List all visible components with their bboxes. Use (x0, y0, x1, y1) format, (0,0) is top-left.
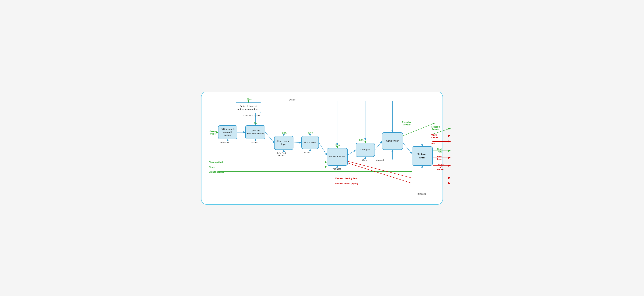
sintered-label: SinteredPART (417, 153, 427, 159)
sintered-box: SinteredPART (412, 146, 433, 166)
svg-line-4 (266, 132, 274, 143)
cmd-system-label: Command system (244, 114, 260, 117)
green-powder-label: GreenPowder (209, 130, 216, 135)
reusable2-label: ReusablePowder (431, 126, 440, 130)
cmd-label: Define & transmit orders to subsystems (237, 105, 260, 111)
print-box: Print with binder (327, 148, 348, 166)
oven-label: Oven (362, 159, 367, 162)
addlayer-label: Add a layer (304, 141, 316, 144)
manwork1-label: Manwork (220, 141, 229, 144)
print-head-label: Print head (332, 168, 341, 170)
elec-cmd-label: Elec. (247, 98, 252, 100)
svg-line-9 (319, 142, 327, 155)
heat-loss1-label: Heat loss (430, 140, 436, 145)
waste-bronze-label: Waste ofbronze (437, 164, 444, 171)
level-label: Level the work/supply area (247, 129, 264, 135)
cmd-box: Define & transmit orders to subsystems (236, 102, 261, 113)
furnance-label: Furnance (417, 193, 426, 195)
svg-line-14 (403, 143, 412, 153)
heat-label: Heat powder layer (276, 140, 292, 146)
waste-binder-label: Waste of binder (liquid) (334, 183, 358, 185)
svg-line-41 (348, 163, 412, 183)
waste-cleaning-label: Waste of cleaning fluid (334, 177, 358, 180)
level-box: Level the work/supply area (245, 125, 266, 139)
elec-heat-label: Elec. (282, 131, 287, 134)
sort-box: Sort powder (382, 132, 403, 150)
fill-label: Fill the supply area with powder (220, 128, 236, 137)
print-label: Print with binder (329, 155, 345, 158)
fill-box: Fill the supply area with powder (218, 125, 238, 139)
cure-label: Cure part (360, 148, 370, 151)
svg-line-13 (375, 141, 382, 150)
elec-cure-label: Elec. (359, 139, 364, 141)
cure-box: Cure part (356, 143, 375, 157)
addlayer-box: Add a layer (301, 136, 319, 149)
heat-loss2-label: Heatloss (437, 156, 442, 160)
bronze-powder-label: Bronze powder (209, 171, 224, 173)
svg-line-7 (294, 142, 301, 143)
cleaning-fluid-label: Cleaning fluid (209, 161, 223, 164)
diagram-container: Define & transmit orders to subsystems F… (201, 92, 443, 205)
elec-level-label: Elec. (254, 122, 258, 124)
binder-label: Binder (209, 166, 216, 169)
waste-powder-label: Waste powder (430, 134, 438, 139)
svg-line-39 (348, 161, 412, 178)
pistons-label: Pistons (251, 141, 258, 144)
roller-label: Roller (304, 151, 310, 154)
infra-label: Infra RedHeater (277, 152, 286, 157)
orders-label: Orders (289, 99, 296, 101)
diagram-inner: Define & transmit orders to subsystems F… (208, 97, 436, 199)
reusable1-label: ReusablePowder (402, 121, 411, 126)
elec-print-label: Elec. (336, 144, 340, 146)
final-part-label: FinalPart (437, 148, 442, 153)
heat-box: Heat powder layer (274, 136, 294, 150)
manwork2-label: Manwork (376, 159, 384, 162)
svg-line-11 (348, 150, 356, 155)
elec-add-label: Elec. (308, 131, 313, 134)
sort-label: Sort powder (386, 139, 398, 142)
